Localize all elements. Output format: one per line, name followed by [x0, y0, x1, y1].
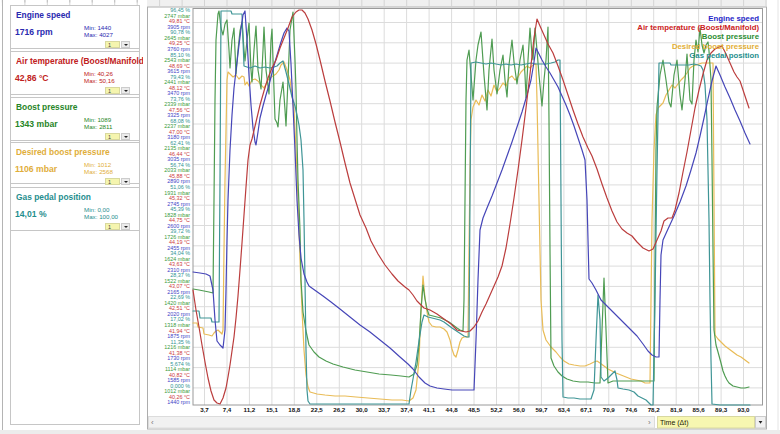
svg-text:74,6: 74,6 [625, 406, 638, 413]
svg-text:89,3: 89,3 [715, 406, 728, 413]
svg-text:81,9: 81,9 [670, 406, 683, 413]
svg-text:3,7: 3,7 [200, 406, 209, 413]
svg-text:11,2: 11,2 [244, 406, 256, 413]
svg-text:18,8: 18,8 [288, 406, 301, 413]
svg-text:26,2: 26,2 [333, 406, 346, 413]
svg-text:15,1: 15,1 [266, 406, 279, 413]
svg-text:Engine speed: Engine speed [708, 14, 759, 23]
svg-text:33,7: 33,7 [378, 406, 391, 413]
svg-text:1440 rpm: 1440 rpm [167, 399, 190, 405]
svg-text:7,4: 7,4 [223, 406, 232, 413]
svg-text:93,0: 93,0 [737, 406, 750, 413]
svg-text:67,1: 67,1 [580, 406, 593, 413]
svg-text:22,5: 22,5 [311, 406, 324, 413]
svg-text:56,0: 56,0 [513, 406, 526, 413]
svg-text:48,5: 48,5 [468, 406, 481, 413]
svg-text:52,2: 52,2 [490, 406, 503, 413]
svg-text:78,2: 78,2 [648, 406, 661, 413]
svg-text:41,1: 41,1 [423, 406, 436, 413]
svg-text:Air temperature (Boost/Manifol: Air temperature (Boost/Manifold) [637, 23, 759, 32]
svg-text:85,6: 85,6 [693, 406, 706, 413]
svg-text:›: › [648, 418, 651, 427]
svg-text:70,9: 70,9 [603, 406, 616, 413]
svg-text:Boost pressure: Boost pressure [702, 32, 760, 41]
svg-text:63,4: 63,4 [558, 406, 571, 413]
svg-text:30,0: 30,0 [356, 406, 369, 413]
svg-text:‹: ‹ [151, 418, 154, 427]
svg-text:44,8: 44,8 [446, 406, 459, 413]
svg-text:37,4: 37,4 [401, 406, 414, 413]
svg-text:Time (Δt): Time (Δt) [660, 419, 689, 427]
svg-text:Desired boost pressure: Desired boost pressure [672, 42, 760, 51]
svg-text:Gas pedal position: Gas pedal position [689, 51, 759, 60]
svg-text:59,7: 59,7 [535, 406, 548, 413]
